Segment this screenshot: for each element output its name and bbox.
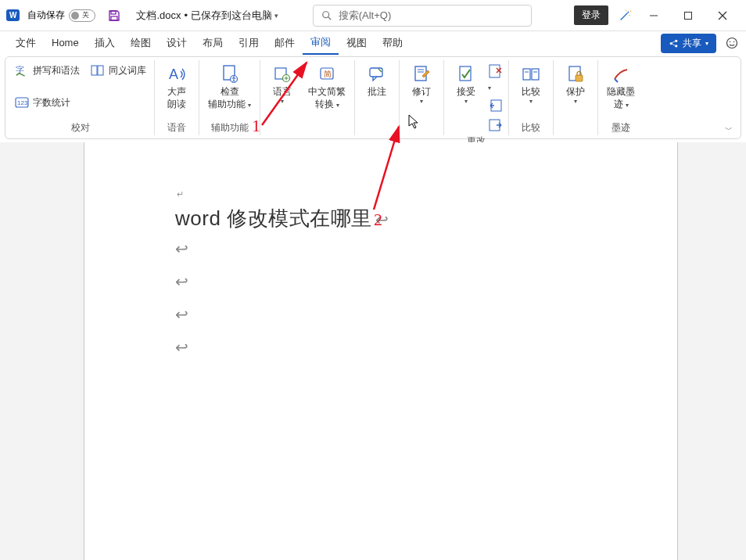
paragraph-mark: ↵ xyxy=(177,189,635,199)
group-changes: 接受 ▾ ▾ 更改 xyxy=(444,60,509,135)
group-label-accessibility: 辅助功能 xyxy=(211,119,249,135)
check-accessibility-button[interactable]: 检查辅助功能 ▾ xyxy=(204,62,255,112)
group-comments: 批注 xyxy=(355,60,400,135)
tab-review[interactable]: 审阅 xyxy=(303,32,339,55)
spelling-grammar-button[interactable]: 字 拼写和语法 xyxy=(12,62,83,79)
coming-soon-icon[interactable] xyxy=(618,9,632,23)
svg-point-15 xyxy=(730,41,731,43)
return-mark-icon: ↩ xyxy=(127,331,635,364)
svg-line-3 xyxy=(328,16,331,20)
autosave-toggle[interactable]: 自动保存 关 xyxy=(27,9,95,22)
group-label-compare: 比较 xyxy=(522,119,540,135)
svg-rect-39 xyxy=(532,69,539,80)
search-placeholder: 搜索(Alt+Q) xyxy=(339,9,392,23)
svg-point-14 xyxy=(727,38,737,48)
tab-references[interactable]: 引用 xyxy=(231,33,267,54)
svg-text:字: 字 xyxy=(16,65,24,74)
svg-point-25 xyxy=(233,77,235,78)
ink-icon xyxy=(612,63,630,85)
group-label-proofing: 校对 xyxy=(71,119,90,135)
return-mark-icon: ↩ xyxy=(127,265,635,298)
wordcount-icon: 123 xyxy=(15,95,29,109)
document-area: ↵ word 修改模式在哪里↩ ↩ ↩ ↩ ↩ xyxy=(0,142,746,560)
language-button[interactable]: 语言 ▾ xyxy=(265,62,299,108)
annotation-number-1: 1 xyxy=(252,116,260,136)
spellcheck-icon: 字 xyxy=(15,63,29,77)
svg-rect-6 xyxy=(685,12,692,19)
protect-icon xyxy=(567,63,584,85)
accessibility-icon xyxy=(221,63,239,85)
ribbon-tabs: 文件 Home 插入 绘图 设计 布局 引用 邮件 审阅 视图 帮助 共享 ▾ xyxy=(0,31,746,55)
word-app-icon: W xyxy=(6,9,20,21)
read-aloud-button[interactable]: A 大声朗读 xyxy=(160,62,194,112)
svg-line-13 xyxy=(672,44,675,45)
title-caret-icon[interactable]: ▾ xyxy=(274,12,278,20)
previous-change-button[interactable] xyxy=(488,99,504,113)
chevron-down-icon: ▾ xyxy=(705,40,708,47)
group-protect: 保护 ▾ xyxy=(554,60,598,135)
compare-icon xyxy=(522,63,540,85)
tab-file[interactable]: 文件 xyxy=(8,33,44,54)
next-change-button[interactable] xyxy=(488,118,504,132)
document-page[interactable]: ↵ word 修改模式在哪里↩ ↩ ↩ ↩ ↩ xyxy=(84,142,678,560)
comments-button[interactable]: 批注 xyxy=(360,62,394,99)
svg-point-10 xyxy=(675,39,677,41)
svg-rect-21 xyxy=(98,66,103,75)
compare-button[interactable]: 比较 ▾ xyxy=(514,62,548,108)
share-button[interactable]: 共享 ▾ xyxy=(661,34,716,53)
thesaurus-icon xyxy=(91,63,105,77)
return-mark-icon: ↩ xyxy=(127,298,635,331)
svg-rect-38 xyxy=(523,69,530,80)
hide-ink-button[interactable]: 隐藏墨迹 ▾ xyxy=(603,62,639,112)
collapse-ribbon-icon[interactable]: ﹀ xyxy=(725,124,733,135)
svg-rect-30 xyxy=(370,68,382,77)
ribbon: 字 拼写和语法 123 字数统计 同义词库 校对 A 大声朗读 xyxy=(5,56,741,139)
tab-help[interactable]: 帮助 xyxy=(375,33,411,54)
tab-draw[interactable]: 绘图 xyxy=(123,33,159,54)
maximize-button[interactable] xyxy=(671,0,705,31)
svg-rect-1 xyxy=(111,16,117,20)
tab-design[interactable]: 设计 xyxy=(159,33,195,54)
group-label-speech: 语音 xyxy=(167,119,186,135)
svg-point-11 xyxy=(675,45,677,47)
document-name[interactable]: 文档.docx xyxy=(136,9,181,23)
svg-point-16 xyxy=(733,41,735,43)
login-button[interactable]: 登录 xyxy=(574,5,608,25)
svg-line-12 xyxy=(672,41,675,42)
accept-button[interactable]: 接受 ▾ xyxy=(449,62,483,108)
search-icon xyxy=(321,10,332,21)
thesaurus-button[interactable]: 同义词库 xyxy=(88,62,149,79)
autosave-label: 自动保存 xyxy=(27,9,65,22)
group-label-ink: 墨迹 xyxy=(612,119,630,135)
tab-mailings[interactable]: 邮件 xyxy=(267,33,303,54)
translate-icon: 简 xyxy=(318,63,335,85)
tab-insert[interactable]: 插入 xyxy=(87,33,123,54)
document-status: • 已保存到这台电脑 xyxy=(185,9,272,23)
search-input[interactable]: 搜索(Alt+Q) xyxy=(313,5,532,27)
share-icon xyxy=(669,38,679,48)
simplified-traditional-button[interactable]: 简 中文简繁转换 ▾ xyxy=(304,62,350,112)
protect-button[interactable]: 保护 ▾ xyxy=(558,62,593,108)
track-changes-button[interactable]: 修订 ▾ xyxy=(404,62,439,108)
svg-point-4 xyxy=(628,11,629,13)
group-speech: A 大声朗读 语音 xyxy=(155,60,199,135)
close-button[interactable] xyxy=(705,0,740,31)
reject-button[interactable]: ▾ xyxy=(488,63,504,93)
svg-rect-34 xyxy=(460,66,471,81)
minimize-button[interactable] xyxy=(637,0,671,31)
svg-rect-43 xyxy=(576,75,583,81)
svg-text:A: A xyxy=(169,66,178,82)
group-compare: 比较 ▾ 比较 xyxy=(509,60,554,135)
group-ink: 隐藏墨迹 ▾ 墨迹 xyxy=(598,60,644,135)
readaloud-icon: A xyxy=(167,63,187,85)
wordcount-button[interactable]: 123 字数统计 xyxy=(12,94,83,111)
tab-home[interactable]: Home xyxy=(44,34,87,52)
toggle-switch[interactable]: 关 xyxy=(69,9,95,22)
feedback-icon[interactable] xyxy=(726,37,738,49)
svg-point-2 xyxy=(322,11,328,17)
tab-layout[interactable]: 布局 xyxy=(195,33,231,54)
language-icon xyxy=(274,63,291,85)
save-icon[interactable] xyxy=(108,9,120,22)
titlebar: W 自动保存 关 文档.docx • 已保存到这台电脑 ▾ 搜索(Alt+Q) … xyxy=(0,0,746,31)
tab-view[interactable]: 视图 xyxy=(339,33,375,54)
